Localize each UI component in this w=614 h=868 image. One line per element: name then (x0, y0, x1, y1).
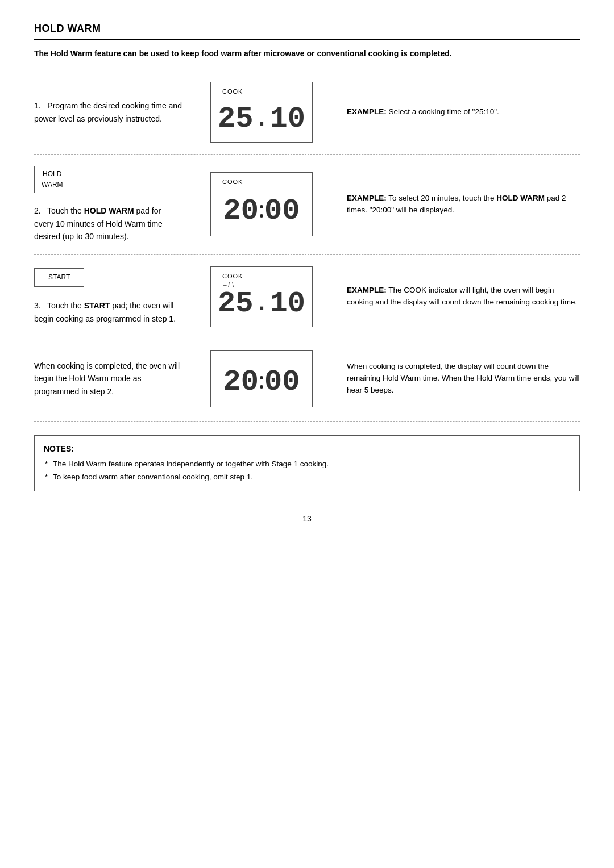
step-2-row: HOLDWARM 2. Touch the HOLD WARM pad for … (34, 155, 580, 255)
digit-5: 5 (235, 105, 253, 134)
notes-title: NOTES: (44, 443, 570, 456)
seg-display-1: 2 5 . 1 0 (218, 105, 305, 134)
example-text-4: When cooking is completed, the display w… (347, 362, 579, 394)
d3-dot: . (254, 292, 268, 316)
seg-display-2: 2 0 0 0 (223, 195, 300, 228)
d3-5: 5 (235, 289, 253, 319)
step-2-left: HOLDWARM 2. Touch the HOLD WARM pad for … (34, 166, 193, 243)
hold-warm-bold: HOLD WARM (84, 206, 134, 215)
d4-0c: 0 (282, 368, 300, 397)
page-title: HOLD WARM (34, 23, 580, 35)
step-2-display: COOK —— 2 0 0 0 (193, 172, 330, 236)
step-3-row: START 3. Touch the START pad; the oven w… (34, 255, 580, 339)
digit-1: 1 (270, 105, 288, 134)
step-2-number: 2. (34, 206, 45, 215)
step-3-left: START 3. Touch the START pad; the oven w… (34, 268, 193, 325)
d4-2: 2 (223, 368, 241, 397)
d3-0: 0 (288, 289, 305, 319)
step-3-display: COOK – / \ 2 5 . 1 0 (193, 266, 330, 327)
d3-1: 1 (270, 289, 288, 319)
digit-0: 0 (288, 105, 305, 134)
step-3-number: 3. (34, 301, 45, 310)
step-1-example: EXAMPLE: Select a cooking time of "25:10… (330, 106, 580, 118)
display-box-2: COOK —— 2 0 0 0 (210, 172, 313, 236)
step-4-instruction: When cooking is completed, the oven will… (34, 361, 180, 396)
colon-2 (260, 195, 263, 228)
example-text-1: Select a cooking time of "25:10". (389, 107, 499, 116)
start-button: START (34, 268, 84, 287)
step-4-row: When cooking is completed, the oven will… (34, 339, 580, 419)
step-2-example: EXAMPLE: To select 20 minutes, touch the… (330, 193, 580, 216)
page-number: 13 (34, 514, 580, 523)
hold-warm-button: HOLDWARM (34, 166, 70, 200)
bottom-section-divider (34, 421, 580, 422)
display-box-4: COOK 2 0 0 0 (210, 350, 313, 407)
step-4-display: COOK 2 0 0 0 (193, 350, 330, 407)
d3-2: 2 (218, 289, 235, 319)
seg-display-4: 2 0 0 0 (223, 366, 300, 399)
title-divider (34, 39, 580, 40)
display-box-1: COOK —— 2 5 . 1 0 (210, 82, 313, 143)
example-bold-2: EXAMPLE: (347, 194, 387, 202)
note-1: The Hold Warm feature operates independe… (53, 458, 570, 471)
digit-2: 2 (218, 105, 235, 134)
d2-0c: 0 (282, 197, 300, 226)
step-1-left: 1. Program the desired cooking time and … (34, 99, 193, 125)
hold-warm-box: HOLDWARM (34, 166, 70, 193)
step-1-row: 1. Program the desired cooking time and … (34, 70, 580, 155)
seg-display-3: 2 5 . 1 0 (218, 289, 305, 319)
display-box-3: COOK – / \ 2 5 . 1 0 (210, 266, 313, 327)
d2-0b: 0 (264, 197, 282, 226)
example-bold-1: EXAMPLE: (347, 107, 387, 116)
d2-2: 2 (223, 197, 241, 226)
start-bold: START (84, 301, 110, 310)
notes-list: The Hold Warm feature operates independe… (44, 458, 570, 484)
step-2-text: 2. Touch the HOLD WARM pad for every 10 … (34, 205, 182, 243)
d4-0a: 0 (241, 368, 259, 397)
step-3-text: 3. Touch the START pad; the oven will be… (34, 299, 182, 325)
step-1-instruction: Program the desired cooking time and pow… (34, 101, 182, 123)
dot-sep: . (254, 107, 268, 131)
notes-section: NOTES: The Hold Warm feature operates in… (34, 435, 580, 492)
display-label-3: COOK (222, 273, 243, 279)
note-2: To keep food warm after conventional coo… (53, 471, 570, 484)
step-3-example: EXAMPLE: The COOK indicator will light, … (330, 285, 580, 308)
intro-text: The Hold Warm feature can be used to kee… (34, 48, 580, 60)
display-label-2: COOK (222, 178, 243, 185)
step-4-left: When cooking is completed, the oven will… (34, 360, 193, 398)
colon-4 (260, 366, 263, 399)
example-bold-3: EXAMPLE: (347, 286, 387, 294)
display-label-1: COOK (222, 88, 243, 95)
step-1-display: COOK —— 2 5 . 1 0 (193, 82, 330, 143)
step-1-number: 1. (34, 101, 45, 110)
d2-0a: 0 (241, 197, 259, 226)
display-dash-2: —— (223, 187, 237, 194)
step-4-example: When cooking is completed, the display w… (330, 361, 580, 397)
d4-0b: 0 (264, 368, 282, 397)
